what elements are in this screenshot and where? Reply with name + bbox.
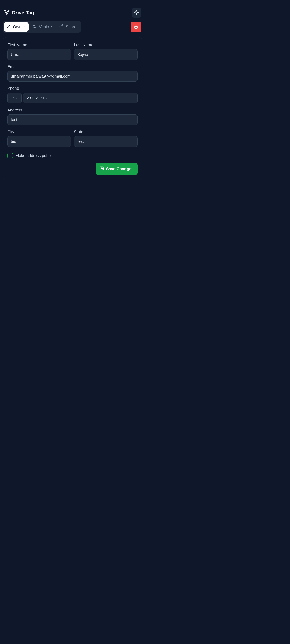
- svg-line-16: [61, 25, 62, 26]
- share-icon: [59, 24, 64, 30]
- tab-vehicle[interactable]: Vehicle: [29, 22, 56, 32]
- public-address-label: Make address public: [16, 154, 52, 158]
- email-input[interactable]: [8, 71, 138, 82]
- last-name-label: Last Name: [74, 43, 138, 47]
- tab-vehicle-label: Vehicle: [39, 24, 52, 29]
- save-button[interactable]: Save Changes: [96, 163, 138, 175]
- address-input[interactable]: [8, 114, 138, 125]
- state-input[interactable]: [74, 136, 138, 147]
- brand-title: Drive-Tag: [12, 10, 34, 16]
- svg-point-9: [8, 25, 10, 26]
- svg-point-0: [136, 12, 138, 14]
- city-label: City: [8, 130, 71, 134]
- first-name-input[interactable]: [8, 49, 71, 60]
- sun-icon: [134, 10, 139, 16]
- tabs: Owner Vehicle: [3, 21, 81, 33]
- form-card: First Name Last Name Email Phone +92 Add…: [3, 37, 142, 180]
- public-address-checkbox[interactable]: [8, 153, 13, 158]
- car-icon: [32, 24, 37, 30]
- lock-icon: [134, 24, 138, 30]
- svg-rect-17: [134, 26, 137, 28]
- theme-toggle-button[interactable]: [132, 8, 142, 18]
- email-label: Email: [8, 64, 138, 69]
- city-input[interactable]: [8, 136, 71, 147]
- svg-line-4: [138, 14, 138, 14]
- address-label: Address: [8, 108, 138, 112]
- save-button-label: Save Changes: [106, 166, 134, 171]
- tab-share-label: Share: [66, 24, 76, 29]
- phone-label: Phone: [8, 86, 138, 91]
- phone-input[interactable]: [23, 93, 138, 104]
- state-label: State: [74, 130, 138, 134]
- save-icon: [100, 166, 104, 172]
- svg-line-8: [138, 11, 138, 12]
- svg-line-7: [135, 14, 135, 14]
- tab-share[interactable]: Share: [56, 22, 80, 32]
- brand-logo-icon: [4, 9, 10, 16]
- tab-owner-label: Owner: [13, 24, 25, 29]
- svg-line-3: [135, 11, 135, 12]
- svg-line-15: [61, 26, 62, 27]
- tab-owner[interactable]: Owner: [4, 22, 28, 32]
- first-name-label: First Name: [8, 43, 71, 47]
- brand: Drive-Tag: [4, 9, 34, 16]
- lock-button[interactable]: [130, 22, 142, 32]
- last-name-input[interactable]: [74, 49, 138, 60]
- user-icon: [7, 24, 11, 30]
- phone-prefix: +92: [8, 93, 22, 104]
